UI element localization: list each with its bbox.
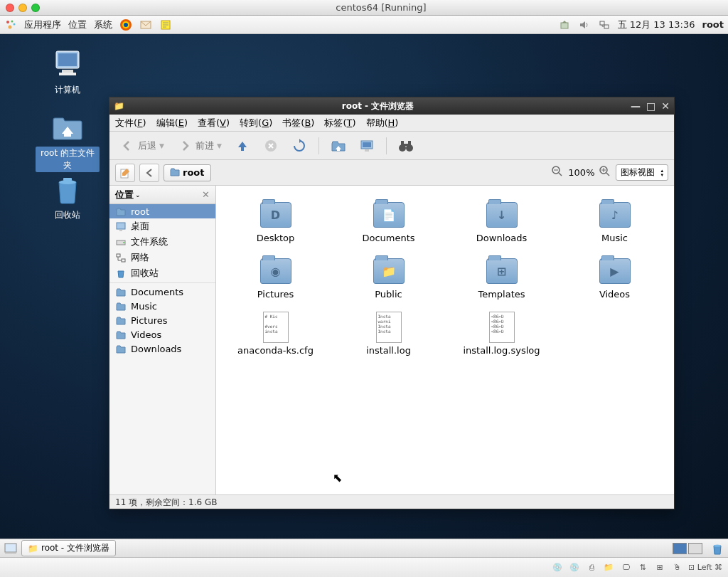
chevron-down-icon: ▼ [217, 142, 222, 149]
back-button[interactable]: 后退 ▼ [115, 135, 168, 157]
close-button[interactable]: ✕ [661, 100, 670, 112]
reload-button[interactable] [287, 135, 311, 157]
sidebar-item-桌面[interactable]: 桌面 [109, 218, 215, 234]
folder-icon [115, 300, 127, 312]
system-menu[interactable]: 系统 [94, 18, 112, 31]
file-item-pictures[interactable]: ◉Pictures [222, 253, 329, 302]
vm-disk-icon[interactable]: 💿 [552, 562, 563, 573]
zoom-in-button[interactable] [599, 165, 611, 180]
up-arrow-icon [235, 138, 250, 154]
vm-mouse-icon[interactable]: 🖱 [671, 562, 682, 573]
workspace-2[interactable] [688, 543, 702, 554]
desktop[interactable]: 计算机 root 的主文件夹 回收站 📁 root - 文件浏览器 — □ ✕ … [0, 34, 728, 557]
menu-view[interactable]: 查看(V) [198, 117, 230, 129]
menu-tabs[interactable]: 标签(T) [324, 117, 355, 129]
svg-point-38 [714, 544, 721, 546]
taskbar-window-button[interactable]: 📁 root - 文件浏览器 [21, 540, 116, 556]
vm-network-icon[interactable]: ⇅ [637, 562, 648, 573]
trash-applet[interactable] [711, 542, 724, 555]
places-menu[interactable]: 位置 [68, 18, 87, 31]
minimize-button[interactable]: — [631, 100, 641, 112]
vm-shared-icon[interactable]: ⊞ [654, 562, 665, 573]
computer-button[interactable] [355, 135, 379, 157]
folder-icon: ♪ [598, 200, 632, 230]
stop-button[interactable] [259, 135, 283, 157]
mac-minimize-button[interactable] [18, 4, 27, 12]
applications-menu[interactable]: 应用程序 [24, 18, 61, 31]
view-mode-select[interactable]: 图标视图 ▴▾ [616, 164, 668, 181]
maximize-button[interactable]: □ [646, 100, 655, 112]
sidebar-bookmark-documents[interactable]: Documents [109, 285, 215, 299]
svg-rect-15 [59, 73, 76, 75]
show-desktop-button[interactable] [4, 542, 17, 555]
desktop-icon-trash[interactable]: 回收站 [36, 172, 100, 221]
update-icon[interactable] [558, 18, 571, 31]
workspace-1[interactable] [673, 543, 687, 554]
file-item-music[interactable]: ♪Music [561, 197, 668, 246]
menu-file[interactable]: 文件(F) [115, 117, 146, 129]
fm-location-bar: root 100% 图标视图 ▴▾ [109, 160, 674, 186]
sidebar-bookmark-downloads[interactable]: Downloads [109, 342, 215, 356]
zoom-out-button[interactable] [551, 165, 564, 180]
sidebar-item-文件系统[interactable]: 文件系统 [109, 234, 215, 250]
svg-point-6 [124, 23, 128, 27]
sidebar-bookmark-music[interactable]: Music [109, 299, 215, 313]
file-item-public[interactable]: 📁Public [335, 253, 442, 302]
sidebar-item-root[interactable]: root [109, 204, 215, 218]
path-back-button[interactable] [139, 164, 159, 182]
vm-display-icon[interactable]: 🖵 [620, 562, 631, 573]
location-path[interactable]: root [164, 164, 211, 181]
svg-rect-36 [5, 544, 16, 552]
file-item-desktop[interactable]: DDesktop [222, 197, 329, 246]
folder-icon [115, 343, 127, 354]
svg-rect-13 [58, 53, 77, 66]
volume-icon[interactable] [578, 18, 591, 31]
sidebar-bookmark-pictures[interactable]: Pictures [109, 313, 215, 327]
svg-rect-20 [363, 142, 371, 147]
mail-icon[interactable] [139, 18, 152, 31]
sidebar-bookmark-videos[interactable]: Videos [109, 327, 215, 342]
file-item-downloads[interactable]: ↓Downloads [448, 197, 555, 246]
menu-help[interactable]: 帮助(H) [366, 117, 399, 129]
firefox-icon[interactable] [119, 18, 132, 31]
forward-button[interactable]: 前进 ▼ [173, 135, 226, 157]
vm-host-key: ⊡ Left ⌘ [688, 563, 722, 572]
folder-icon: ↓ [485, 200, 519, 230]
clock[interactable]: 五 12月 13 13:36 [618, 18, 695, 31]
svg-rect-17 [63, 178, 72, 181]
mac-maximize-button[interactable] [31, 4, 40, 12]
fm-content-area[interactable]: DDesktop📄Documents↓Downloads♪Music◉Pictu… [216, 186, 674, 494]
desktop-icon-computer[interactable]: 计算机 [36, 47, 100, 96]
up-button[interactable] [230, 135, 255, 157]
file-item-videos[interactable]: ▶Videos [561, 253, 668, 302]
menu-edit[interactable]: 编辑(E) [156, 117, 188, 129]
desktop-icon-home[interactable]: root 的主文件夹 [36, 110, 100, 172]
file-item-install-log-syslog[interactable]: <86>D<86>D<86>D<86>Dinstall.log.syslog [448, 309, 555, 359]
file-item-install-log[interactable]: InstawarniInstaInstainstall.log [335, 309, 442, 359]
menu-go[interactable]: 转到(G) [240, 117, 272, 129]
sidebar-header[interactable]: 位置 ⌄ ✕ [109, 186, 215, 204]
file-item-templates[interactable]: ⊞Templates [448, 253, 555, 302]
search-button[interactable] [394, 135, 418, 157]
network-icon[interactable] [598, 18, 611, 31]
gnome-top-panel: 应用程序 位置 系统 五 12月 13 13:36 root [0, 16, 728, 34]
sidebar-item-网络[interactable]: 网络 [109, 250, 215, 265]
workspace-switcher[interactable] [673, 543, 702, 554]
vm-status-bar: 💿 💿 ⎙ 📁 🖵 ⇅ ⊞ 🖱 ⊡ Left ⌘ [0, 557, 728, 577]
file-item-documents[interactable]: 📄Documents [335, 197, 442, 246]
file-item-anaconda-ks-cfg[interactable]: # Kic#versinstaanaconda-ks.cfg [222, 309, 329, 359]
vm-folder-icon[interactable]: 📁 [603, 562, 614, 573]
close-sidebar-button[interactable]: ✕ [202, 189, 210, 200]
menu-bookmarks[interactable]: 书签(B) [282, 117, 314, 129]
folder-icon: ▶ [598, 256, 632, 286]
edit-location-button[interactable] [115, 164, 135, 182]
user-menu[interactable]: root [702, 19, 724, 30]
vm-disk2-icon[interactable]: 💿 [569, 562, 580, 573]
fm-titlebar[interactable]: 📁 root - 文件浏览器 — □ ✕ [109, 97, 674, 115]
notes-icon[interactable] [159, 18, 172, 31]
vm-usb-icon[interactable]: ⎙ [586, 562, 597, 573]
home-button[interactable] [326, 135, 350, 157]
gnome-logo-icon[interactable] [4, 18, 17, 31]
sidebar-item-回收站[interactable]: 回收站 [109, 265, 215, 281]
mac-close-button[interactable] [6, 4, 14, 12]
